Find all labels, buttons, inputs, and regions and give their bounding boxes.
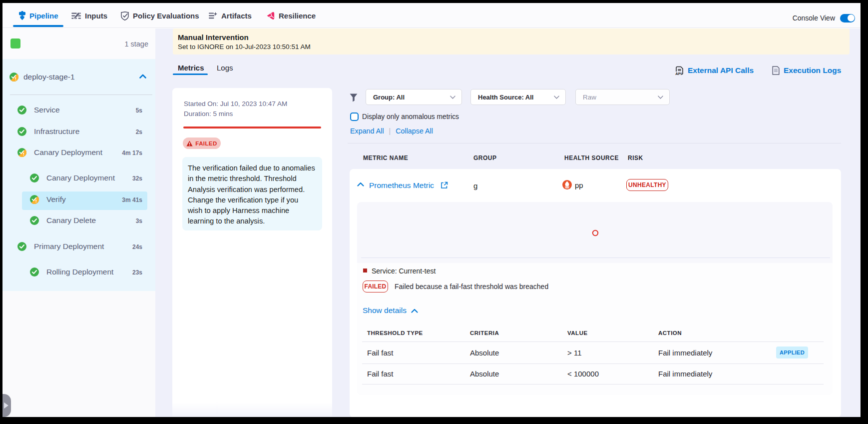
svg-text:API: API (675, 72, 682, 75)
